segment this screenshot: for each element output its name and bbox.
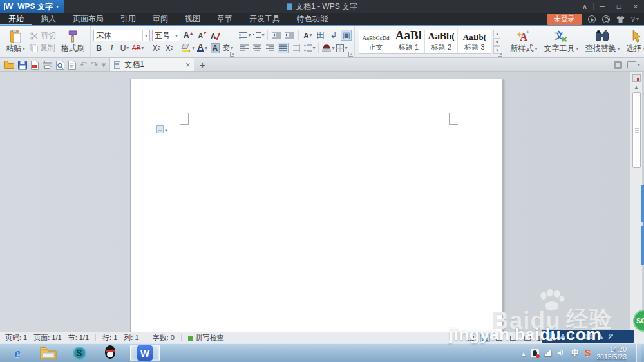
clear-formatting-icon[interactable]: A xyxy=(211,32,220,40)
style-scroll-up-button[interactable]: ▲ xyxy=(493,30,500,37)
document-page[interactable]: ▾ xyxy=(130,79,503,332)
print-preview-icon[interactable] xyxy=(56,61,64,70)
tab-section[interactable]: 章节 xyxy=(209,13,241,25)
ruler-toggle-icon[interactable] xyxy=(632,74,641,82)
font-dialog-launcher[interactable] xyxy=(230,52,234,57)
highlight-color-button[interactable]: ▾ xyxy=(182,43,194,53)
paste-button[interactable]: 粘贴▾ xyxy=(3,28,28,55)
taskbar-explorer-button[interactable] xyxy=(37,345,59,361)
align-left-button[interactable] xyxy=(239,43,250,53)
styles-dialog-launcher[interactable] xyxy=(498,52,502,57)
character-scale-button[interactable]: A▾ xyxy=(302,30,313,41)
feedback-icon[interactable] xyxy=(602,15,610,23)
input-language-indicator[interactable]: 中 xyxy=(571,348,579,359)
tab-review[interactable]: 审阅 xyxy=(144,13,176,25)
taskbar-qq-button[interactable] xyxy=(99,345,121,361)
page-settings-button[interactable]: ▾ xyxy=(156,125,167,133)
side-panel-handle[interactable] xyxy=(641,185,644,265)
tray-sogou-icon[interactable]: S xyxy=(585,348,591,358)
find-replace-button[interactable]: 查找替换▾ xyxy=(582,28,623,55)
format-painter-button[interactable]: 格式刷 xyxy=(58,28,88,55)
undo-button[interactable]: ↶ xyxy=(80,60,87,70)
open-folder-icon[interactable] xyxy=(4,61,14,69)
maximize-button[interactable]: □ xyxy=(611,0,627,13)
show-marks-button[interactable]: ↲ xyxy=(328,30,339,41)
redo-button[interactable]: ↷ xyxy=(91,60,98,70)
style-normal[interactable]: AaBbCcDd 正文 xyxy=(359,30,392,53)
shading-button[interactable]: ▾ xyxy=(322,43,334,53)
numbering-button[interactable]: ▾ xyxy=(252,30,264,41)
cut-button[interactable]: 剪切 xyxy=(28,30,58,42)
scrollbar-thumb[interactable] xyxy=(632,92,641,168)
strikethrough-button[interactable]: AB▾ xyxy=(132,43,144,53)
print-icon[interactable] xyxy=(43,61,52,69)
show-desktop-button[interactable] xyxy=(636,344,641,362)
message-icon[interactable] xyxy=(588,15,596,23)
font-color-button[interactable]: A▾ xyxy=(196,43,207,53)
volume-icon[interactable] xyxy=(557,349,565,357)
line-spacing-button[interactable]: ▾ xyxy=(303,43,315,53)
borders-button[interactable]: ▾ xyxy=(336,43,347,53)
tab-list-icon[interactable] xyxy=(614,61,622,69)
collapse-ribbon-button[interactable]: ∧ xyxy=(576,0,593,13)
style-heading3[interactable]: AaBb( 标题 3 xyxy=(458,30,491,53)
scroll-up-button[interactable]: ▲ xyxy=(634,84,639,90)
align-right-button[interactable] xyxy=(265,43,276,53)
text-tool-button[interactable]: 文 文字工具▾ xyxy=(540,28,582,55)
bullets-button[interactable]: ▾ xyxy=(239,30,251,41)
tray-clock[interactable]: 14:20 2015/5/23 xyxy=(596,345,630,361)
help-button[interactable]: ?▾ xyxy=(631,15,639,23)
wps-menu-button[interactable]: W WPS 文字 ▾ xyxy=(0,0,64,13)
font-family-select[interactable]: 宋体 ▾ xyxy=(93,30,150,41)
character-border-button[interactable]: ▣ xyxy=(341,30,352,41)
select-button[interactable]: 选择▾ xyxy=(623,28,644,55)
italic-button[interactable]: I xyxy=(106,43,117,53)
writing-grid-button[interactable]: 田 xyxy=(315,30,326,41)
paragraph-dialog-launcher[interactable] xyxy=(348,52,353,57)
tray-expand-icon[interactable]: ▴ xyxy=(522,350,525,357)
copy-button[interactable]: 复制 xyxy=(28,42,58,54)
bold-button[interactable]: B xyxy=(93,43,104,53)
login-button[interactable]: 未登录 xyxy=(547,14,582,25)
spellcheck-status[interactable]: 拼写检查 xyxy=(188,333,224,343)
tab-page-layout[interactable]: 页面布局 xyxy=(64,13,112,25)
qat-dropdown-icon[interactable]: ▾ xyxy=(102,60,106,70)
tray-qq-icon[interactable] xyxy=(531,349,539,357)
close-tab-icon[interactable]: × xyxy=(185,61,190,70)
font-size-select[interactable]: 五号 ▾ xyxy=(152,30,180,41)
tab-references[interactable]: 引用 xyxy=(112,13,144,25)
close-button[interactable]: × xyxy=(627,0,644,13)
character-shading-button[interactable]: A xyxy=(209,43,220,53)
tab-home[interactable]: 开始 xyxy=(0,13,32,25)
style-scroll-down-button[interactable]: ▼ xyxy=(493,38,500,46)
taskbar-ie-button[interactable]: e xyxy=(6,345,28,361)
align-center-button[interactable] xyxy=(252,43,263,53)
shrink-font-button[interactable]: A▼ xyxy=(197,31,209,40)
style-heading1[interactable]: AaBl 标题 1 xyxy=(392,30,425,53)
new-style-button[interactable]: A 新样式▾ xyxy=(507,28,540,55)
underline-button[interactable]: U▾ xyxy=(119,43,130,53)
minimize-button[interactable]: ─ xyxy=(594,0,611,13)
subscript-button[interactable]: X2 xyxy=(164,43,175,53)
network-icon[interactable] xyxy=(545,350,551,356)
grow-font-button[interactable]: A▲ xyxy=(182,31,195,40)
new-document-icon[interactable] xyxy=(68,61,76,70)
document-tab[interactable]: 文档1 × xyxy=(109,58,194,71)
tab-view[interactable]: 视图 xyxy=(176,13,209,25)
taskbar-wps-button[interactable]: W xyxy=(130,345,160,361)
style-heading2[interactable]: AaBb( 标题 2 xyxy=(425,30,458,53)
save-icon[interactable] xyxy=(18,61,27,70)
distribute-button[interactable] xyxy=(290,43,301,53)
taskbar-s-app-button[interactable]: S xyxy=(68,345,90,361)
decrease-indent-button[interactable] xyxy=(271,30,282,41)
tab-developer[interactable]: 开发工具 xyxy=(241,13,289,25)
superscript-button[interactable]: X2 xyxy=(151,43,162,53)
new-tab-button[interactable]: + xyxy=(194,58,210,71)
justify-button[interactable] xyxy=(278,43,289,53)
tab-special-features[interactable]: 特色功能 xyxy=(289,13,336,25)
switch-display-button[interactable]: ▾ xyxy=(627,61,640,68)
tab-insert[interactable]: 插入 xyxy=(32,13,64,25)
export-pdf-icon[interactable] xyxy=(31,61,39,70)
skin-icon[interactable] xyxy=(616,15,625,23)
status-word-count[interactable]: 字数: 0 xyxy=(153,333,175,343)
